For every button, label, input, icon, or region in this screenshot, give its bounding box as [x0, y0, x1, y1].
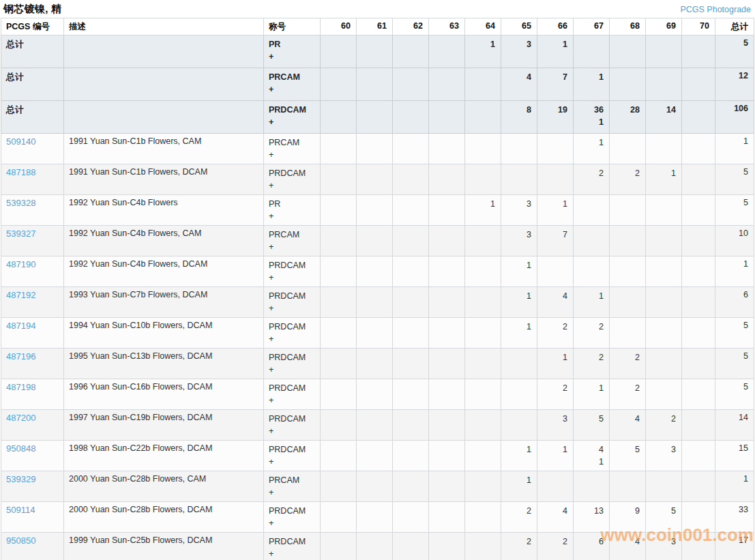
grade-cell-61	[357, 164, 393, 195]
designation-cell: PR +	[264, 195, 321, 226]
table-row: 4871981996 Yuan Sun-C16b Flowers, DCAMPR…	[1, 379, 754, 410]
grade-cell-60	[321, 441, 357, 471]
grade-cell-69	[646, 35, 682, 68]
total-cell: 15	[715, 441, 754, 471]
grade-cell-60	[321, 35, 357, 68]
designation-cell: PRDCAM +	[264, 287, 321, 318]
grade-cell-65	[501, 164, 537, 195]
grade-cell-64	[465, 68, 501, 101]
column-header-grade-61: 61	[357, 18, 393, 35]
grade-cell-69: 3	[646, 441, 682, 471]
grade-cell-64	[465, 164, 501, 195]
pcgs-number-cell: 950848	[1, 441, 64, 471]
grade-cell-70	[682, 134, 715, 164]
table-row: 4871941994 Yuan Sun-C10b Flowers, DCAMPR…	[1, 318, 754, 349]
grade-cell-70	[682, 533, 715, 560]
grade-cell-62	[393, 287, 429, 318]
grade-cell-65: 3	[501, 195, 537, 226]
description-cell: 1999 Yuan Sun-C25b Flowers, DCAM	[64, 533, 264, 560]
grade-cell-61	[357, 35, 393, 68]
grade-cell-60	[321, 256, 357, 287]
grade-cell-64	[465, 349, 501, 379]
grade-cell-61	[357, 68, 393, 101]
grade-cell-70	[682, 349, 715, 379]
description-cell: 1992 Yuan Sun-C4b Flowers, CAM	[64, 226, 264, 256]
pcgs-number-cell: 509114	[1, 502, 64, 533]
description-cell: 1992 Yuan Sun-C4b Flowers	[64, 195, 264, 226]
grade-cell-66: 1	[537, 441, 574, 471]
grade-cell-64	[465, 318, 501, 349]
grade-cell-63	[429, 410, 465, 441]
designation-cell: PR +	[264, 35, 321, 68]
table-row: 4871961995 Yuan Sun-C13b Flowers, DCAMPR…	[1, 349, 754, 379]
grade-cell-62	[393, 318, 429, 349]
total-cell: 33	[715, 502, 754, 533]
grade-cell-61	[357, 471, 393, 502]
grade-cell-61	[357, 379, 393, 410]
designation-cell: PRDCAM +	[264, 502, 321, 533]
pcgs-number-link[interactable]: 539327	[6, 229, 35, 239]
pcgs-number-link[interactable]: 539328	[6, 198, 35, 208]
grade-cell-66: 19	[537, 101, 574, 134]
grade-cell-68: 2	[610, 379, 646, 410]
pcgs-number-link[interactable]: 487192	[6, 290, 35, 300]
pcgs-number-link[interactable]: 539329	[6, 474, 35, 484]
pcgs-number-link[interactable]: 509114	[6, 505, 35, 515]
column-header-grade-62: 62	[393, 18, 429, 35]
pcgs-number-link[interactable]: 487198	[6, 382, 35, 392]
column-header-grade-68: 68	[610, 18, 646, 35]
grade-cell-60	[321, 226, 357, 256]
grade-cell-65: 2	[501, 533, 537, 560]
pcgs-number-link[interactable]: 487200	[6, 413, 35, 423]
grade-cell-62	[393, 441, 429, 471]
grade-cell-70	[682, 101, 715, 134]
grade-cell-62	[393, 349, 429, 379]
grade-cell-63	[429, 349, 465, 379]
grade-cell-61	[357, 349, 393, 379]
table-row: 5393281992 Yuan Sun-C4b FlowersPR +1315	[1, 195, 754, 226]
pcgs-number-link[interactable]: 487190	[6, 259, 35, 269]
description-cell	[64, 101, 264, 134]
pcgs-number-link[interactable]: 950848	[6, 443, 35, 454]
grade-cell-70	[682, 441, 715, 471]
total-cell: 17	[715, 533, 754, 560]
grade-cell-65	[501, 379, 537, 410]
grade-cell-64	[465, 101, 501, 134]
grade-cell-66	[537, 471, 574, 502]
pcgs-photograde-link[interactable]: PCGS Photograde	[680, 5, 751, 14]
grade-cell-67: 1	[574, 134, 610, 164]
grade-cell-60	[321, 164, 357, 195]
pcgs-number-link[interactable]: 487194	[6, 321, 35, 331]
grade-cell-67: 2	[574, 349, 610, 379]
grade-cell-65	[501, 349, 537, 379]
summary-row: 总计PRCAM +47112	[1, 68, 754, 101]
grade-cell-67	[574, 195, 610, 226]
pcgs-number-link[interactable]: 487196	[6, 351, 35, 362]
grade-cell-68	[610, 35, 646, 68]
grade-cell-62	[393, 256, 429, 287]
description-cell	[64, 68, 264, 101]
column-header-grade-63: 63	[429, 18, 465, 35]
grade-cell-65: 2	[501, 502, 537, 533]
designation-cell: PRDCAM +	[264, 164, 321, 195]
grade-cell-70	[682, 287, 715, 318]
grade-cell-61	[357, 195, 393, 226]
grade-cell-68	[610, 195, 646, 226]
pcgs-number-link[interactable]: 950850	[6, 535, 35, 546]
grade-cell-65: 1	[501, 318, 537, 349]
grade-cell-68	[610, 226, 646, 256]
grade-cell-69	[646, 68, 682, 101]
grade-cell-65: 1	[501, 287, 537, 318]
pcgs-number-cell: 539327	[1, 226, 64, 256]
pcgs-number-link[interactable]: 487188	[6, 167, 35, 177]
grade-cell-67: 1	[574, 379, 610, 410]
table-row: 5091142000 Yuan Sun-C28b Flowers, DCAMPR…	[1, 502, 754, 533]
pcgs-number-link[interactable]: 509140	[6, 136, 35, 147]
grade-cell-62	[393, 226, 429, 256]
grade-cell-61	[357, 101, 393, 134]
grade-cell-64	[465, 134, 501, 164]
grade-cell-63	[429, 318, 465, 349]
grade-cell-67: 6	[574, 533, 610, 560]
description-cell	[64, 35, 264, 68]
grade-cell-67: 2	[574, 164, 610, 195]
